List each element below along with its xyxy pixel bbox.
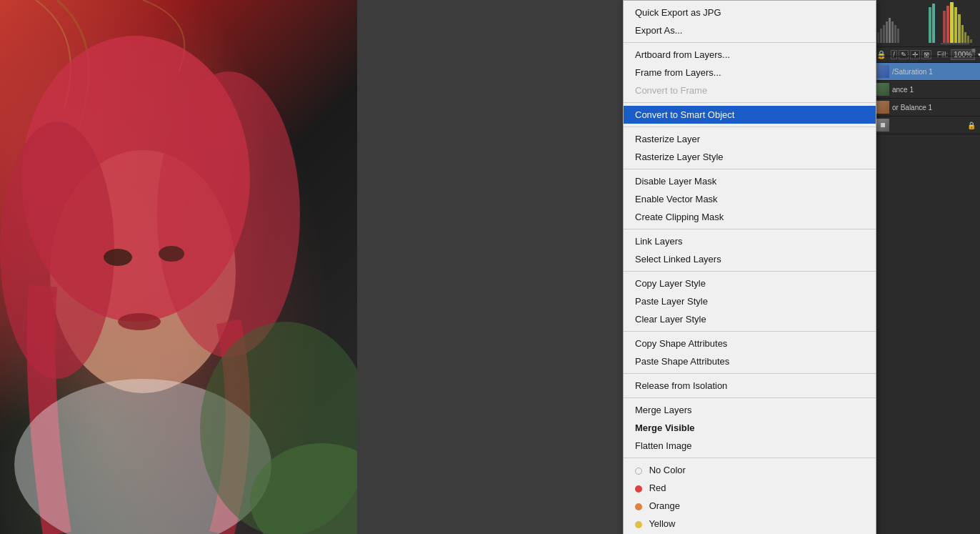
menu-divider-6 [624,271,876,272]
menu-divider-5 [624,229,876,229]
svg-rect-28 [961,25,964,43]
canvas-background [357,0,621,534]
menu-divider-1 [624,42,876,43]
histogram-panel: ≡ [871,0,980,43]
menu-divider-2 [624,102,876,103]
menu-item-quick-export[interactable]: Quick Export as JPG [624,4,876,21]
layer-item-bg[interactable]: 🔒 [872,117,980,134]
menu-item-release-isolation[interactable]: Release from Isolation [624,377,876,395]
menu-item-frame-layers[interactable]: Frame from Layers... [624,64,876,81]
menu-item-create-clipping-mask[interactable]: Create Clipping Mask [624,208,876,226]
svg-rect-30 [967,36,969,43]
svg-rect-22 [932,4,935,43]
menu-item-clear-style[interactable]: Clear Layer Style [624,310,876,328]
menu-item-enable-vector-mask[interactable]: Enable Vector Mask [624,190,876,208]
menu-item-artboard-layers[interactable]: Artboard from Layers... [624,46,876,64]
menu-item-select-linked[interactable]: Select Linked Layers [624,250,876,268]
menu-item-flatten-image[interactable]: Flatten Image [624,437,876,455]
menu-item-rasterize-style[interactable]: Rasterize Layer Style [624,148,876,166]
layer-thumbnail [876,119,889,132]
layer-thumbnail [876,83,889,96]
svg-rect-31 [970,39,972,43]
menu-item-no-color[interactable]: No Color [624,461,876,479]
svg-rect-17 [889,18,891,43]
menu-divider-3 [624,127,876,127]
context-menu: Quick Export as JPG Export As... Artboar… [623,0,876,534]
svg-rect-26 [954,7,957,43]
menu-item-paste-shape[interactable]: Paste Shape Attributes [624,352,876,370]
no-color-dot [635,468,642,475]
svg-rect-27 [958,14,961,43]
layer-item-color-balance[interactable]: or Balance 1 [872,99,980,117]
menu-item-export-as[interactable]: Export As... [624,21,876,39]
panel-menu-icon[interactable]: ≡ [971,46,976,54]
svg-rect-14 [880,29,882,43]
layer-item-hue-sat[interactable]: /Saturation 1 [872,63,980,81]
svg-rect-24 [946,6,949,43]
menu-item-rasterize-layer[interactable]: Rasterize Layer [624,130,876,148]
svg-point-5 [159,246,184,262]
menu-item-link-layers[interactable]: Link Layers [624,232,876,250]
layer-name: /Saturation 1 [892,68,933,76]
svg-rect-29 [964,32,966,43]
menu-item-merge-layers[interactable]: Merge Layers [624,401,876,419]
photo-canvas [0,0,357,534]
menu-divider-10 [624,458,876,458]
svg-point-3 [157,71,300,357]
svg-rect-18 [891,21,894,43]
layer-name: or Balance 1 [892,104,932,112]
menu-divider-7 [624,331,876,332]
svg-point-2 [0,122,114,379]
menu-item-convert-smart-object[interactable]: Convert to Smart Object [624,106,876,124]
menu-item-yellow[interactable]: Yellow [624,515,876,533]
menu-item-copy-style[interactable]: Copy Layer Style [624,275,876,292]
layer-item-balance[interactable]: ance 1 [872,81,980,99]
menu-item-merge-visible[interactable]: Merge Visible [624,419,876,437]
menu-item-disable-mask[interactable]: Disable Layer Mask [624,172,876,190]
layer-name: ance 1 [892,86,914,94]
svg-point-6 [118,313,161,330]
svg-rect-19 [894,25,896,43]
svg-rect-25 [950,2,954,43]
menu-item-copy-shape[interactable]: Copy Shape Attributes [624,335,876,352]
yellow-color-dot [635,521,642,528]
menu-divider-9 [624,397,876,398]
orange-color-dot [635,503,642,510]
svg-rect-16 [886,21,888,43]
menu-item-red[interactable]: Red [624,479,876,497]
svg-rect-20 [897,29,899,43]
menu-divider-4 [624,169,876,169]
svg-rect-23 [943,11,946,43]
lock-indicator [881,123,885,127]
svg-point-4 [104,249,132,266]
layer-thumbnail [876,101,889,114]
svg-rect-15 [883,25,885,43]
histogram-chart [871,0,980,43]
menu-item-paste-style[interactable]: Paste Layer Style [624,292,876,310]
menu-divider-8 [624,373,876,374]
svg-rect-21 [929,7,931,43]
red-color-dot [635,485,642,493]
menu-item-orange[interactable]: Orange [624,497,876,515]
layer-thumbnail [876,65,889,78]
svg-rect-13 [877,32,879,43]
layer-lock-icon: 🔒 [967,122,976,129]
right-panel: ≡ Layers ≡ Normal ▾ Opacity: 100% ▾ 🔒 / … [871,0,980,534]
menu-item-convert-frame: Convert to Frame [624,81,876,99]
